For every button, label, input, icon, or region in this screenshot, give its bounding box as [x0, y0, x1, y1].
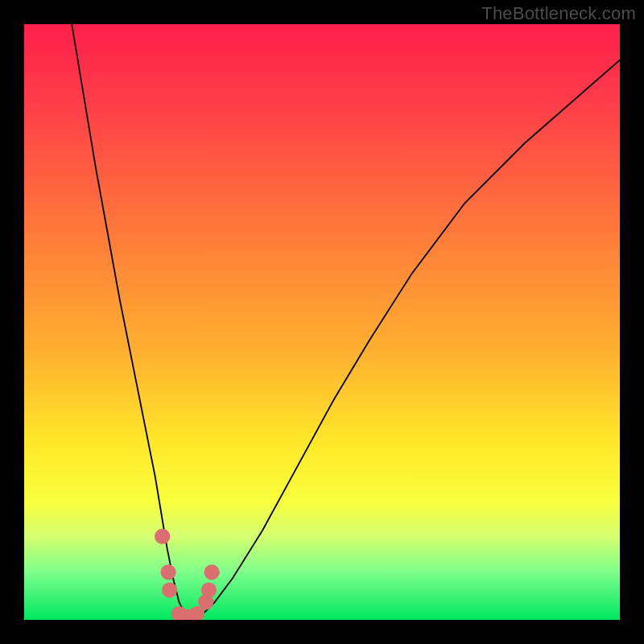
plot-area: [24, 24, 620, 620]
bottleneck-curve: [24, 24, 620, 620]
curve-marker: [155, 529, 170, 544]
curve-marker: [162, 582, 177, 597]
watermark-text: TheBottleneck.com: [481, 3, 636, 24]
curve-marker: [160, 564, 175, 580]
curve-marker: [204, 564, 219, 580]
curve-markers: [155, 529, 220, 620]
chart-frame: TheBottleneck.com: [0, 0, 644, 644]
curve-path: [72, 24, 620, 620]
curve-marker: [201, 582, 217, 597]
